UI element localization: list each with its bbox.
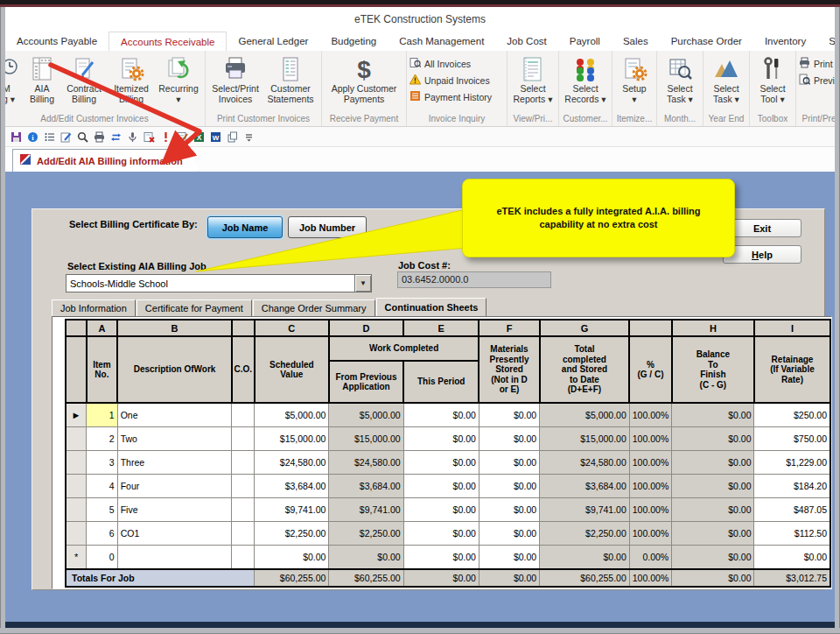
job-name-button[interactable]: Job Name: [207, 216, 283, 238]
cell-retainage[interactable]: $112.50: [754, 522, 830, 546]
info-icon[interactable]: i: [26, 130, 39, 144]
cell-item[interactable]: 3: [87, 451, 118, 475]
existing-job-select[interactable]: Schools-Middle School ▼: [66, 274, 372, 292]
cell-retainage[interactable]: $750.00: [754, 427, 830, 451]
cell-materials[interactable]: $0.00: [479, 546, 539, 570]
save-icon[interactable]: [10, 130, 23, 144]
tab-job-information[interactable]: Job Information: [52, 299, 136, 316]
ribbon-item-select-task-yearend[interactable]: SelectTask ▾: [706, 53, 746, 104]
ribbon-item-aia-billing[interactable]: AIABilling: [24, 53, 60, 104]
row-selector[interactable]: [66, 475, 87, 498]
menu-sales[interactable]: Sales: [612, 32, 660, 51]
cell-scheduled[interactable]: $9,741.00: [255, 498, 329, 522]
cell-this-period[interactable]: $0.00: [403, 427, 479, 451]
ribbon-item-select-print-invoices[interactable]: Select/PrintInvoices: [208, 53, 262, 104]
cell-item[interactable]: 5: [87, 498, 118, 522]
cell-retainage[interactable]: $250.00: [754, 403, 830, 427]
row-selector[interactable]: [66, 451, 87, 475]
find-form-icon[interactable]: [176, 130, 189, 144]
ribbon-item-print[interactable]: Print: [799, 57, 835, 70]
cell-co[interactable]: [232, 451, 255, 475]
row-selector[interactable]: [66, 522, 87, 546]
tab-change-order-summary[interactable]: Change Order Summary: [253, 299, 375, 316]
cell-co[interactable]: [232, 427, 255, 451]
cell-retainage[interactable]: $184.20: [754, 475, 830, 498]
menu-budgeting[interactable]: Budgeting: [319, 32, 388, 51]
search-icon[interactable]: [76, 130, 89, 144]
ribbon-item-recurring[interactable]: Recurring▾: [155, 53, 202, 104]
cell-description[interactable]: [117, 546, 232, 570]
print-icon[interactable]: [93, 130, 106, 144]
cell-co[interactable]: [232, 522, 255, 546]
cell-scheduled[interactable]: $15,000.00: [255, 427, 329, 451]
tab-add-edit-aia-billing[interactable]: Add/Edit AIA Billing information: [12, 149, 200, 173]
cell-materials[interactable]: $0.00: [479, 451, 539, 475]
ribbon-item-preview[interactable]: Preview: [799, 74, 835, 87]
cell-this-period[interactable]: $0.00: [403, 403, 479, 427]
close-form-icon[interactable]: [143, 130, 156, 144]
ribbon-item-select-task-month[interactable]: SelectTask ▾: [660, 53, 700, 104]
cell-description[interactable]: One: [117, 403, 232, 427]
chevron-down-icon[interactable]: ▼: [354, 275, 371, 292]
cell-scheduled[interactable]: $0.00: [255, 546, 329, 570]
cell-scheduled[interactable]: $2,250.00: [255, 522, 329, 546]
ribbon-item-select-reports[interactable]: SelectReports ▾: [510, 53, 556, 104]
ribbon-item-payment-history[interactable]: Payment History: [410, 90, 504, 103]
cell-materials[interactable]: $0.00: [479, 522, 539, 546]
copy-icon[interactable]: [226, 130, 239, 144]
tab-continuation-sheets[interactable]: Continuation Sheets: [376, 298, 487, 316]
cell-retainage[interactable]: $1,229.00: [754, 451, 830, 475]
cell-description[interactable]: Four: [117, 475, 232, 498]
audit-icon[interactable]: [126, 130, 139, 144]
cell-this-period[interactable]: $0.00: [403, 522, 479, 546]
cell-item[interactable]: 1: [87, 403, 118, 427]
row-selector[interactable]: ►: [66, 403, 87, 427]
new-row-selector[interactable]: *: [66, 546, 87, 570]
cell-co[interactable]: [232, 475, 255, 498]
row-selector[interactable]: [66, 427, 87, 451]
cell-this-period[interactable]: $0.00: [403, 451, 479, 475]
cell-description[interactable]: CO1: [117, 522, 232, 546]
cell-description[interactable]: Two: [117, 427, 232, 451]
ribbon-item-contract-billing[interactable]: ContractBilling: [60, 53, 108, 104]
tab-certificate-for-payment[interactable]: Certificate for Payment: [136, 299, 252, 316]
ribbon-item-itemized-billing[interactable]: ItemizedBilling: [108, 53, 155, 104]
alert-icon[interactable]: [159, 130, 172, 144]
cell-item[interactable]: 0: [87, 546, 118, 570]
cell-materials[interactable]: $0.00: [479, 475, 539, 498]
cell-description[interactable]: Three: [117, 451, 232, 475]
cell-description[interactable]: Five: [117, 498, 232, 522]
menu-system-utilities[interactable]: System Ut: [817, 32, 835, 51]
ribbon-item-select-tool[interactable]: SelectTool ▾: [752, 53, 793, 104]
cell-this-period[interactable]: $0.00: [403, 498, 479, 522]
cell-scheduled[interactable]: $5,000.00: [255, 403, 329, 427]
menu-payroll[interactable]: Payroll: [558, 32, 612, 51]
menu-inventory[interactable]: Inventory: [753, 32, 817, 51]
cell-this-period[interactable]: $0.00: [403, 546, 479, 570]
cell-co[interactable]: [232, 498, 255, 522]
export-excel-icon[interactable]: X: [192, 130, 206, 144]
ribbon-item-select-records[interactable]: SelectRecords ▾: [562, 53, 609, 104]
export-word-icon[interactable]: W: [209, 130, 222, 144]
menu-purchase-order[interactable]: Purchase Order: [660, 32, 753, 51]
menu-cash-management[interactable]: Cash Management: [388, 32, 495, 51]
menu-general-ledger[interactable]: General Ledger: [227, 32, 319, 51]
list-icon[interactable]: [43, 130, 56, 144]
ribbon-item-customer-statements[interactable]: CustomerStatements: [262, 53, 318, 104]
menu-accounts-receivable[interactable]: Accounts Receivable: [108, 32, 227, 52]
menu-accounts-payable[interactable]: Accounts Payable: [5, 32, 108, 51]
cell-retainage[interactable]: $0.00: [754, 546, 830, 570]
cell-item[interactable]: 4: [87, 475, 118, 498]
ribbon-item-tm-billing[interactable]: /Ming ▾: [5, 53, 24, 104]
job-number-button[interactable]: Job Number: [288, 216, 367, 238]
cell-scheduled[interactable]: $3,684.00: [255, 475, 329, 498]
ribbon-item-apply-payments[interactable]: $ Apply CustomerPayments: [325, 53, 403, 104]
ribbon-item-unpaid-invoices[interactable]: Unpaid Invoices: [410, 74, 504, 87]
row-selector[interactable]: [66, 498, 87, 522]
ribbon-item-setup[interactable]: Setup▾: [615, 53, 654, 104]
cell-retainage[interactable]: $487.05: [754, 498, 830, 522]
menu-job-cost[interactable]: Job Cost: [495, 32, 557, 51]
cell-co[interactable]: [232, 546, 255, 570]
cell-materials[interactable]: $0.00: [479, 403, 539, 427]
sync-icon[interactable]: [109, 130, 122, 144]
